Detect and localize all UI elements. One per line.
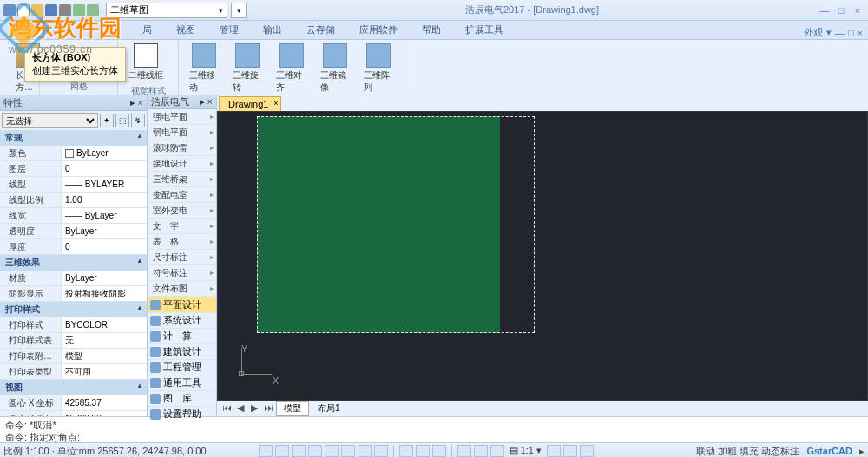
status-toggle[interactable]	[416, 445, 430, 457]
tab-last-icon[interactable]: ⏭	[262, 402, 274, 415]
prop-row[interactable]: 打印样式BYCOLOR	[0, 317, 147, 333]
wireframe-button[interactable]: 二维线框	[123, 42, 168, 83]
ribbon-tab[interactable]: 视图	[164, 21, 207, 39]
ribbon-tab[interactable]: 帮助	[410, 21, 453, 39]
hc-menu-item[interactable]: 接地设计	[148, 156, 216, 172]
hc-menu-item[interactable]: 变配电室	[148, 187, 216, 203]
qat-more-dropdown[interactable]	[231, 3, 247, 18]
status-toggle[interactable]	[325, 445, 339, 457]
ribbon-3d-button[interactable]: 三维对齐	[271, 42, 311, 95]
command-line[interactable]: 命令: *取消* 命令: 指定对角点:	[0, 416, 868, 442]
prop-row[interactable]: 图层0	[0, 161, 147, 177]
hc-menu-item[interactable]: 文 字	[148, 219, 216, 234]
status-toggle[interactable]	[275, 445, 289, 457]
status-arrow-icon[interactable]: ▸	[859, 446, 865, 457]
doc-restore-button[interactable]: □	[848, 28, 854, 38]
prop-row[interactable]: 阴影显示投射和接收阴影	[0, 286, 147, 302]
status-toggle[interactable]	[341, 445, 355, 457]
layout1-tab[interactable]: 布局1	[311, 402, 347, 415]
status-toggle[interactable]	[547, 445, 561, 457]
props-pick-button[interactable]: ⬚	[115, 114, 129, 127]
hc-category-item[interactable]: 图 库	[148, 390, 216, 406]
status-toggle[interactable]	[358, 445, 372, 457]
maximize-button[interactable]: □	[834, 4, 848, 16]
drawing-tab[interactable]: Drawing1	[219, 96, 281, 111]
props-section[interactable]: 打印样式	[0, 302, 147, 317]
props-section[interactable]: 三维效果	[0, 255, 147, 271]
prop-row[interactable]: 厚度0	[0, 239, 147, 255]
app-menu-icon[interactable]	[3, 4, 16, 16]
ribbon-3d-button[interactable]: 三维镜像	[315, 42, 355, 95]
prop-row[interactable]: 线型比例1.00	[0, 193, 147, 208]
new-icon[interactable]	[17, 4, 30, 16]
status-toggle[interactable]	[474, 445, 488, 457]
properties-close-icon[interactable]: ▸ ×	[130, 97, 143, 108]
redo-icon[interactable]	[87, 4, 99, 16]
hc-menu-item[interactable]: 三维桥架	[148, 172, 216, 187]
tab-next-icon[interactable]: ▶	[248, 402, 260, 415]
minimize-button[interactable]: —	[818, 4, 832, 16]
prop-row[interactable]: 打印表附…模型	[0, 349, 147, 364]
hc-menu-item[interactable]: 符号标注	[148, 265, 216, 281]
hc-category-item[interactable]: 通用工具	[148, 375, 216, 390]
print-icon[interactable]	[59, 4, 71, 16]
hc-menu-item[interactable]: 弱电平面	[148, 125, 216, 140]
props-section[interactable]: 视图	[0, 380, 147, 395]
status-toggle[interactable]	[259, 445, 273, 457]
hc-category-item[interactable]: 建筑设计	[148, 343, 216, 359]
open-icon[interactable]	[31, 4, 43, 16]
hc-category-item[interactable]: 设置帮助	[148, 406, 216, 421]
workspace-dropdown[interactable]: 二维草图	[106, 3, 227, 18]
canvas[interactable]: YX	[218, 112, 867, 400]
ribbon-tab[interactable]: 管理	[207, 21, 251, 39]
doc-close-button[interactable]: ×	[858, 28, 863, 38]
status-toggle[interactable]	[490, 445, 504, 457]
ribbon-3d-button[interactable]: 三维阵列	[358, 42, 398, 95]
appearance-link[interactable]: 外观	[804, 26, 823, 39]
status-toggle[interactable]	[374, 445, 388, 457]
prop-row[interactable]: 颜色ByLayer	[0, 146, 147, 161]
ribbon-3d-button[interactable]: 三维移动	[184, 42, 224, 95]
status-scale[interactable]: ▤ 1:1 ▾	[507, 445, 544, 457]
hc-category-item[interactable]: 平面设计	[148, 297, 216, 312]
prop-row[interactable]: 透明度ByLayer	[0, 224, 147, 239]
ribbon-tab[interactable]: 云存储	[294, 21, 347, 39]
status-toggle[interactable]	[308, 445, 322, 457]
status-toggle[interactable]	[399, 445, 413, 457]
hc-menu-item[interactable]: 滚球防雷	[148, 140, 216, 156]
prop-row[interactable]: 圆心 X 坐标42585.37	[0, 395, 147, 411]
ribbon-tab[interactable]: 扩展工具	[453, 21, 516, 39]
ribbon-3d-button[interactable]: 三维旋转	[227, 42, 267, 95]
hc-menu-item[interactable]: 文件布图	[148, 281, 216, 297]
prop-row[interactable]: 打印表类型不可用	[0, 364, 147, 380]
props-filter-button[interactable]: ✦	[100, 114, 114, 127]
doc-minimize-button[interactable]: —	[835, 28, 845, 38]
prop-row[interactable]: 打印样式表无	[0, 333, 147, 349]
prop-row[interactable]: 线宽—— ByLayer	[0, 208, 147, 224]
props-quick-button[interactable]: ↯	[131, 114, 145, 127]
undo-icon[interactable]	[73, 4, 85, 16]
hc-category-item[interactable]: 系统设计	[148, 312, 216, 328]
tab-first-icon[interactable]: ⏮	[220, 402, 233, 415]
prop-row[interactable]: 圆心 Y 坐标15783.93	[0, 411, 147, 416]
ribbon-tab[interactable]: 输出	[251, 21, 294, 39]
status-toggle[interactable]	[580, 445, 594, 457]
hc-category-item[interactable]: 工程管理	[148, 359, 216, 375]
prop-row[interactable]: 线型—— BYLAYER	[0, 177, 147, 193]
status-toggle[interactable]	[457, 445, 471, 457]
hc-menu-item[interactable]: 尺寸标注	[148, 250, 216, 265]
haochen-close-icon[interactable]: ▸ ×	[200, 96, 213, 108]
tab-prev-icon[interactable]: ◀	[234, 402, 247, 415]
status-right-links[interactable]: 联动 加粗 填充 动态标注	[696, 445, 799, 458]
hc-menu-item[interactable]: 室外变电	[148, 203, 216, 219]
prop-row[interactable]: 材质ByLayer	[0, 271, 147, 286]
status-toggle[interactable]	[563, 445, 577, 457]
status-toggle[interactable]	[432, 445, 446, 457]
status-toggle[interactable]	[292, 445, 306, 457]
close-button[interactable]: ×	[851, 4, 865, 16]
hc-menu-item[interactable]: 强电平面	[148, 109, 216, 125]
ribbon-tab[interactable]: 局	[130, 21, 164, 39]
hc-category-item[interactable]: 计 算	[148, 328, 216, 343]
ribbon-tab[interactable]: 应用软件	[347, 21, 410, 39]
hc-menu-item[interactable]: 表 格	[148, 234, 216, 250]
